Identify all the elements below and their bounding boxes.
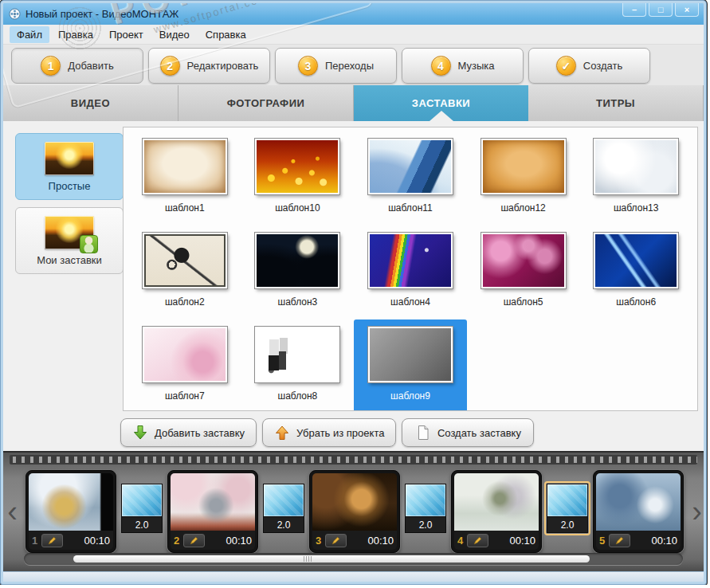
green-arrow-down-icon — [132, 425, 148, 441]
timeline-transition[interactable]: 2.0 — [121, 484, 163, 533]
template-label: шаблон5 — [504, 296, 543, 308]
template-thumbnail — [255, 139, 339, 194]
title-bar: Новый проект - ВидеоМОНТАЖ – □ × — [3, 3, 704, 25]
create-splash-label: Создать заставку — [437, 427, 521, 439]
timeline-scrollbar[interactable] — [24, 553, 683, 565]
transition-duration: 2.0 — [405, 517, 446, 533]
step-label: Создать — [583, 60, 622, 72]
template-label: шаблон6 — [616, 296, 656, 308]
template-label: шаблон9 — [390, 390, 430, 402]
timeline-transition[interactable]: 2.0 — [547, 484, 588, 533]
menu-item[interactable]: Файл — [10, 26, 49, 43]
timeline-clip[interactable]: 4 00:10 — [451, 470, 542, 553]
template-item[interactable]: шаблон12 — [467, 131, 580, 225]
sunset-icon — [45, 216, 94, 249]
template-label: шаблон7 — [165, 390, 205, 402]
template-item[interactable]: шаблон2 — [128, 225, 241, 319]
template-label: шаблон4 — [390, 296, 430, 308]
step-tab[interactable]: 4 Музыка — [402, 48, 524, 84]
add-splash-button[interactable]: Добавить заставку — [120, 418, 257, 447]
category-tab[interactable]: ЗАСТАВКИ — [354, 85, 528, 121]
chevron-right-icon[interactable]: › — [688, 472, 705, 551]
step-label: Переходы — [325, 60, 374, 72]
clip-edit-button[interactable] — [41, 534, 63, 547]
create-splash-button[interactable]: Создать заставку — [402, 418, 534, 447]
app-window: Новый проект - ВидеоМОНТАЖ – □ × ФайлПра… — [1, 1, 706, 584]
close-button[interactable]: × — [675, 3, 699, 17]
clip-edit-button[interactable] — [183, 534, 205, 547]
template-label: шаблон13 — [614, 202, 658, 214]
menu-item[interactable]: Справка — [198, 26, 253, 43]
step-tab[interactable]: ✓ Создать — [528, 48, 650, 84]
add-splash-label: Добавить заставку — [155, 427, 245, 439]
transition-thumbnail — [405, 484, 446, 517]
clip-thumbnail — [454, 473, 539, 531]
template-item[interactable]: шаблон11 — [354, 131, 467, 225]
clip-number: 1 — [32, 535, 37, 547]
pencil-icon — [473, 536, 482, 545]
sidebar-category-label: Простые — [49, 180, 91, 192]
clip-number: 4 — [457, 535, 463, 547]
template-thumbnail — [368, 233, 453, 288]
template-thumbnail — [368, 139, 453, 194]
menu-item[interactable]: Видео — [152, 26, 197, 43]
window-bottom-frame — [3, 571, 704, 582]
clip-edit-button[interactable] — [467, 534, 488, 547]
category-tab[interactable]: ТИТРЫ — [528, 85, 704, 121]
chevron-left-icon[interactable]: ‹ — [4, 472, 21, 551]
sunset-icon — [45, 142, 94, 175]
menu-item[interactable]: Проект — [102, 26, 151, 43]
transition-duration: 2.0 — [547, 517, 588, 533]
timeline-clip[interactable]: 5 00:10 — [593, 470, 684, 553]
template-label: шаблон10 — [275, 202, 320, 214]
clip-info-bar: 4 00:10 — [454, 531, 539, 550]
step-tab[interactable]: 2 Редактировать — [148, 48, 270, 84]
remove-from-project-button[interactable]: Убрать из проекта — [262, 418, 396, 447]
clip-number: 3 — [316, 535, 321, 547]
timeline-clip[interactable]: 2 00:10 — [167, 470, 258, 553]
clip-info-bar: 2 00:10 — [171, 531, 255, 550]
template-item[interactable]: шаблон7 — [128, 319, 241, 411]
template-thumbnail — [481, 233, 566, 288]
sidebar-category-item[interactable]: Мои заставки — [15, 207, 124, 274]
step-tab[interactable]: 1 Добавить — [11, 48, 143, 84]
step-number-badge: 2 — [160, 56, 180, 76]
pencil-icon — [615, 536, 624, 545]
blank-page-icon — [415, 425, 431, 441]
template-thumbnail — [594, 139, 678, 194]
category-tab[interactable]: ФОТОГРАФИИ — [178, 85, 354, 121]
timeline-track: ‹ 1 00:10 — [3, 465, 704, 554]
template-item[interactable]: шаблон1 — [128, 131, 241, 225]
step-number-badge: 3 — [298, 56, 318, 76]
step-number-badge: 1 — [41, 56, 61, 76]
clip-info-bar: 3 00:10 — [312, 531, 397, 550]
clip-edit-button[interactable] — [325, 534, 347, 547]
step-tab[interactable]: 3 Переходы — [275, 48, 397, 84]
clip-edit-button[interactable] — [609, 534, 630, 547]
transition-thumbnail — [263, 484, 304, 517]
scrollbar-thumb[interactable] — [73, 555, 590, 563]
timeline-clip[interactable]: 3 00:10 — [309, 470, 400, 553]
timeline-transition[interactable]: 2.0 — [263, 484, 304, 533]
template-thumbnail — [368, 327, 453, 382]
sidebar-category-item[interactable]: Простые — [15, 133, 124, 200]
action-buttons: Добавить заставку Убрать из проекта Созд… — [120, 418, 534, 447]
maximize-button[interactable]: □ — [649, 3, 673, 17]
template-item[interactable]: шаблон10 — [241, 131, 355, 225]
menu-item[interactable]: Правка — [51, 26, 100, 43]
pencil-icon — [190, 536, 198, 545]
template-item[interactable]: шаблон3 — [241, 225, 355, 319]
minimize-button[interactable]: – — [622, 3, 646, 17]
timeline-transition[interactable]: 2.0 — [405, 484, 446, 533]
template-thumbnail — [255, 233, 339, 288]
category-tab[interactable]: ВИДЕО — [3, 85, 178, 121]
template-item[interactable]: шаблон5 — [467, 225, 580, 319]
template-item[interactable]: шаблон9 — [354, 319, 467, 411]
template-item[interactable]: шаблон4 — [354, 225, 467, 319]
template-thumbnail — [255, 327, 339, 382]
timeline-clip[interactable]: 1 00:10 — [25, 470, 116, 553]
template-label: шаблон2 — [165, 296, 205, 308]
template-item[interactable]: шаблон8 — [241, 319, 355, 411]
template-item[interactable]: шаблон6 — [579, 225, 692, 319]
template-item[interactable]: шаблон13 — [579, 131, 692, 225]
